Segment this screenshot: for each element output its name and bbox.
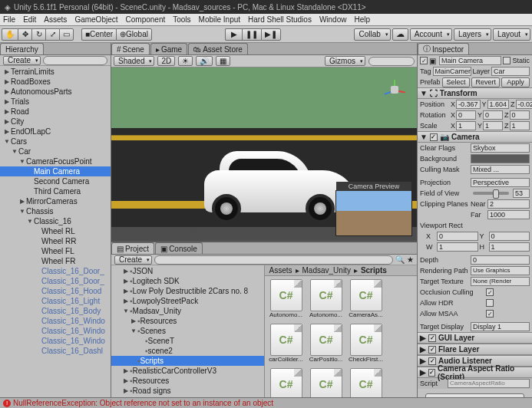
viewport-w[interactable]: 1 <box>437 242 478 252</box>
scene-search[interactable] <box>368 57 415 66</box>
hierarchy-item[interactable]: ▶AutonomousParts <box>0 87 111 97</box>
prefab-apply-button[interactable]: Apply <box>501 77 530 87</box>
projection-dropdown[interactable]: Perspective <box>471 178 530 187</box>
hierarchy-item[interactable]: Wheel FR <box>0 256 111 266</box>
pos-z[interactable]: -0.027 <box>516 100 532 109</box>
near-clip[interactable]: 2 <box>487 199 530 209</box>
project-tree-item[interactable]: ▼▪ Madsav_Unity <box>111 306 264 316</box>
hierarchy-item[interactable]: Classic_16_Hood <box>0 286 111 296</box>
project-tree-item[interactable]: ▪ SceneT <box>111 336 264 346</box>
orientation-gizmo[interactable] <box>378 74 411 106</box>
hierarchy-item[interactable]: ▶City <box>0 117 111 127</box>
pos-y[interactable]: 1.604 <box>487 100 510 109</box>
script-asset[interactable]: C#DBCheck <box>308 368 345 397</box>
move-tool-button[interactable]: ✥ <box>18 28 31 41</box>
hierarchy-item[interactable]: Classic_16_Windo <box>0 336 111 346</box>
hierarchy-item[interactable]: ▶Trials <box>0 97 111 107</box>
hierarchy-item[interactable]: Classic_16_Body <box>0 306 111 316</box>
menu-gameobject[interactable]: GameObject <box>74 15 117 24</box>
menu-component[interactable]: Component <box>126 15 166 24</box>
hierarchy-tree[interactable]: ▶TerrainLimits▶RoadBoxes▶AutonomousParts… <box>0 66 111 397</box>
console-tab[interactable]: ▣ Console <box>155 242 203 254</box>
hierarchy-item[interactable]: ▼Cars <box>0 137 111 146</box>
hierarchy-item[interactable]: ▶EndOfLapC <box>0 127 111 137</box>
hierarchy-item[interactable]: Wheel RR <box>0 236 111 246</box>
far-clip[interactable]: 1000 <box>487 210 530 219</box>
hierarchy-item[interactable]: Wheel RL <box>0 226 111 236</box>
fov-slider[interactable] <box>473 192 509 195</box>
prefab-select-button[interactable]: Select <box>442 77 471 87</box>
target-display-dropdown[interactable]: Display 1 <box>471 322 530 331</box>
hierarchy-item[interactable]: ▼Chassis <box>0 206 111 216</box>
project-tree-item[interactable]: ▪ scene2 <box>111 346 264 356</box>
hierarchy-item[interactable]: Third Camera <box>0 186 111 196</box>
rot-y[interactable]: 0 <box>483 110 503 120</box>
clear-flags-dropdown[interactable]: Skybox <box>471 143 530 153</box>
viewport-y[interactable]: 0 <box>489 232 530 241</box>
gameobject-active-checkbox[interactable]: ✓ <box>420 57 428 64</box>
menu-tools[interactable]: Tools <box>173 15 190 24</box>
hierarchy-item[interactable]: ▶MirrorCameras <box>0 196 111 206</box>
rotate-tool-button[interactable]: ↻ <box>31 28 45 41</box>
rendering-path-dropdown[interactable]: Use Graphics Settings <box>471 266 530 275</box>
hand-tool-button[interactable]: ✋ <box>2 28 18 41</box>
camera-component-header[interactable]: ▼ ✓ 📷 Camera <box>418 131 532 143</box>
menu-edit[interactable]: Edit <box>23 15 36 24</box>
shading-mode-dropdown[interactable]: Shaded <box>114 56 154 66</box>
viewport-x[interactable]: 0 <box>437 232 478 241</box>
script-asset[interactable]: C#Autonomo... <box>268 279 305 321</box>
hierarchy-item[interactable]: Classic_16_Door_ <box>0 276 111 286</box>
culling-mask-dropdown[interactable]: Mixed ... <box>471 165 530 174</box>
static-checkbox[interactable] <box>503 57 511 64</box>
script-asset[interactable]: C#DataHandli... <box>268 368 305 397</box>
layout-dropdown[interactable]: Layout <box>493 28 530 41</box>
component-header[interactable]: ▶ ✓ Flare Layer <box>418 344 532 355</box>
hierarchy-search[interactable] <box>43 56 107 65</box>
asset-store-tab[interactable]: 🛍Asset Store <box>188 43 248 54</box>
status-bar[interactable]: ! NullReferenceException: Object referen… <box>0 397 532 408</box>
favorite-filter-icon[interactable]: ★ <box>407 255 414 264</box>
viewport-h[interactable]: 1 <box>489 242 530 252</box>
project-tree-item[interactable]: ▪ Scripts <box>111 356 264 366</box>
menu-hard-shell[interactable]: Hard Shell Studios <box>248 15 312 24</box>
menu-help[interactable]: Help <box>354 15 370 24</box>
project-tree-item[interactable]: ▶▪ Resources <box>111 376 264 386</box>
play-button[interactable]: ▶ <box>225 28 242 41</box>
cloud-button[interactable]: ☁ <box>392 28 408 41</box>
project-tree-item[interactable]: ▶▪ Logitech SDK <box>111 276 264 286</box>
menu-window[interactable]: Window <box>319 15 347 24</box>
pos-x[interactable]: -0.367 <box>456 100 481 109</box>
script-field[interactable]: CameraAspectRatio <box>448 379 530 388</box>
script-asset[interactable]: C#EmptyEnu... <box>348 368 385 397</box>
rect-tool-button[interactable]: ▭ <box>59 28 74 41</box>
project-tree-item[interactable]: ▶▪ Road signs <box>111 386 264 396</box>
scale-z[interactable]: 1 <box>510 121 530 130</box>
hierarchy-item[interactable]: ▼Car <box>0 146 111 156</box>
inspector-tab[interactable]: ⓘ Inspector <box>418 43 469 54</box>
menu-file[interactable]: File <box>3 15 15 24</box>
rot-x[interactable]: 0 <box>456 110 476 120</box>
search-filter-icon[interactable]: 🔍 <box>395 255 405 264</box>
layers-dropdown[interactable]: Layers <box>454 28 491 41</box>
script-asset[interactable]: C#CameraAs... <box>348 279 385 321</box>
transform-component-header[interactable]: ▼ ⛶ Transform <box>418 87 532 99</box>
hierarchy-item[interactable]: Second Camera <box>0 176 111 186</box>
project-search[interactable] <box>154 255 393 265</box>
pause-button[interactable]: ❚❚ <box>242 28 261 41</box>
menu-assets[interactable]: Assets <box>44 15 67 24</box>
rot-z[interactable]: 0 <box>510 110 530 120</box>
project-breadcrumb[interactable]: Assets▸Madsav_Unity▸Scripts <box>265 265 418 276</box>
script-asset[interactable]: C#CarPositio... <box>308 324 345 365</box>
fov-field[interactable]: 53 <box>513 189 530 198</box>
hierarchy-create-dropdown[interactable]: Create <box>3 56 41 65</box>
project-tree-item[interactable]: ▶▪ JSON <box>111 266 264 276</box>
hdr-checkbox[interactable] <box>486 299 494 307</box>
scale-x[interactable]: 1 <box>456 121 476 130</box>
hierarchy-item[interactable]: Wheel FL <box>0 246 111 256</box>
asset-grid[interactable]: C#Autonomo...C#Autonomo...C#CameraAs...C… <box>265 276 418 397</box>
hierarchy-item[interactable]: ▶Road <box>0 107 111 117</box>
hierarchy-item[interactable]: ▼Classic_16 <box>0 216 111 226</box>
prefab-revert-button[interactable]: Revert <box>471 77 500 87</box>
project-tree-item[interactable]: ▼▪ Scenes <box>111 326 264 336</box>
hierarchy-item[interactable]: ▶TerrainLimits <box>0 67 111 77</box>
